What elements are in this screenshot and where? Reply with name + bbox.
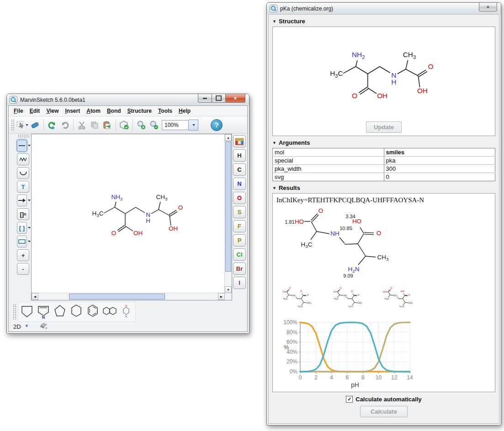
menu-tools[interactable]: Tools: [155, 107, 175, 115]
menu-structure[interactable]: Structure: [124, 107, 155, 115]
eraser-tool-button[interactable]: [29, 119, 41, 131]
svg-text:10.85: 10.85: [340, 226, 352, 231]
horizontal-scrollbar[interactable]: ◀ ▶: [32, 293, 225, 300]
scroll-down-arrow[interactable]: ▼: [225, 286, 232, 293]
window-title: MarvinSketch 5.6.0.0beta1: [20, 97, 85, 103]
svg-text:O: O: [390, 287, 392, 289]
element-button-o[interactable]: O: [233, 192, 246, 204]
bracket-tool[interactable]: [ ]: [17, 222, 27, 234]
svg-text:H: H: [146, 217, 150, 224]
increase-charge-tool[interactable]: +: [17, 249, 29, 261]
menu-insert[interactable]: Insert: [62, 107, 84, 115]
paste-button[interactable]: [101, 119, 113, 131]
close-button[interactable]: ✕: [225, 94, 245, 103]
redo-button[interactable]: [59, 119, 71, 131]
scroll-right-arrow[interactable]: ▶: [218, 293, 225, 300]
periodic-table-button[interactable]: [233, 135, 246, 147]
maximize-button[interactable]: [212, 94, 226, 103]
zoom-level-dropdown[interactable]: [189, 120, 198, 131]
menu-view[interactable]: View: [43, 107, 62, 115]
template-pyrrole[interactable]: N: [36, 303, 52, 321]
element-button-cl[interactable]: Cl: [233, 248, 246, 261]
arc-tool[interactable]: [17, 167, 29, 179]
pka-titlebar[interactable]: pKa (chemicalize.org) ✕: [267, 3, 501, 14]
marvinsketch-window: MarvinSketch 5.6.0.0beta1 ✕ FileEditView…: [6, 94, 249, 334]
minimize-button[interactable]: [198, 94, 212, 103]
element-button-h[interactable]: H: [233, 149, 246, 162]
left-strip-grip[interactable]: [18, 134, 30, 138]
template-benzene[interactable]: [85, 303, 101, 321]
element-button-c[interactable]: C: [233, 163, 246, 176]
calculate-automatically-checkbox[interactable]: ✓: [346, 396, 353, 403]
update-button[interactable]: Update: [366, 121, 402, 133]
repeat-group-tool[interactable]: []n: [17, 208, 29, 220]
reaction-arrow-tool-dropdown[interactable]: [28, 200, 31, 201]
template-cyclohexane[interactable]: [69, 303, 85, 321]
svg-text:HO: HO: [401, 290, 404, 293]
text-tool[interactable]: T: [17, 181, 29, 193]
status-tool-icon: ×: [39, 322, 49, 331]
decrease-charge-tool[interactable]: -: [17, 263, 29, 275]
section-header-arguments[interactable]: ▼ Arguments: [272, 139, 499, 146]
zoom-level-combobox[interactable]: 100%: [162, 120, 198, 131]
template-bar-grip[interactable]: [13, 304, 16, 320]
marvinsketch-client-area: FileEditViewInsertAtomBondStructureTools…: [8, 105, 248, 332]
rectangle-tool[interactable]: [17, 236, 27, 247]
vertical-scrollbar[interactable]: ▲ ▼: [224, 134, 232, 293]
toolbar-grip[interactable]: [11, 119, 15, 131]
section-header-results[interactable]: ▼ Results: [272, 184, 499, 191]
zoom-in-button[interactable]: [135, 119, 147, 131]
svg-text:O: O: [358, 294, 360, 296]
rectangle-tool-dropdown[interactable]: [28, 241, 31, 242]
svg-text:6: 6: [346, 374, 349, 381]
horizontal-scroll-thumb[interactable]: [69, 294, 165, 300]
svg-text:NH+: NH+: [292, 294, 297, 297]
inchikey-text: InChIKey=RTEHTFKPCQLBQA-UHFFFAOYSA-N: [273, 194, 495, 204]
chain-tool[interactable]: [17, 153, 29, 165]
select-tool-button[interactable]: [16, 119, 28, 131]
template-cyclopentane[interactable]: [52, 303, 69, 321]
element-button-s[interactable]: S: [233, 206, 246, 218]
element-button-n[interactable]: N: [233, 178, 246, 190]
calculate-automatically-row: ✓ Calculate automatically: [269, 396, 499, 403]
svg-text:8: 8: [361, 374, 365, 381]
element-button-br[interactable]: Br: [233, 263, 246, 275]
bond-tool[interactable]: [17, 140, 27, 152]
zoom-out-button[interactable]: [148, 119, 160, 131]
molecule-drawing: NH2H3CNHCH3OOHOOH: [84, 185, 198, 247]
window-title: pKa (chemicalize.org): [280, 5, 333, 12]
element-button-p[interactable]: P: [233, 234, 246, 247]
sketch-canvas[interactable]: NH2H3CNHCH3OOHOOH: [32, 134, 225, 293]
scroll-up-arrow[interactable]: ▲: [225, 134, 232, 141]
menu-bond[interactable]: Bond: [104, 107, 124, 115]
scroll-left-arrow[interactable]: ◀: [32, 293, 38, 300]
calculate-button[interactable]: Calculate: [360, 406, 408, 417]
template-custom-ring[interactable]: ON: [118, 303, 134, 321]
marvinsketch-titlebar[interactable]: MarvinSketch 5.6.0.0beta1 ✕: [7, 94, 249, 105]
help-button[interactable]: ?: [211, 119, 223, 131]
microspecies-row: -OOH3CNH+-OOCH3+H3N-OOH3CNH-OOCH3H2NHOOH…: [276, 285, 429, 313]
element-button-i[interactable]: I: [233, 277, 246, 289]
bond-tool-dropdown[interactable]: [28, 145, 31, 147]
element-button-f[interactable]: F: [233, 220, 246, 232]
reaction-arrow-tool[interactable]: [17, 194, 27, 206]
menu-edit[interactable]: Edit: [27, 107, 43, 115]
cut-button[interactable]: [76, 119, 88, 131]
bracket-tool-dropdown[interactable]: [28, 227, 31, 229]
pka-window: pKa (chemicalize.org) ✕ ▼ Structure NH2H…: [266, 2, 501, 426]
menu-help[interactable]: Help: [175, 107, 194, 115]
menu-file[interactable]: File: [11, 107, 27, 115]
select-tool-dropdown[interactable]: [26, 124, 28, 126]
svg-text:H2N: H2N: [349, 305, 353, 308]
menu-atom[interactable]: Atom: [83, 107, 104, 115]
section-header-structure[interactable]: ▼ Structure: [272, 18, 499, 25]
vertical-scroll-thumb[interactable]: [225, 142, 231, 272]
close-button[interactable]: ✕: [479, 3, 497, 11]
copy-button[interactable]: [89, 119, 101, 131]
argument-row: pka_width300: [273, 165, 495, 173]
structure-check-button[interactable]: [118, 119, 130, 131]
zoom-level-value[interactable]: 100%: [162, 120, 189, 130]
template-naphthalene[interactable]: [101, 303, 118, 321]
template-envelope-ring[interactable]: [19, 303, 36, 321]
undo-button[interactable]: [46, 119, 58, 131]
